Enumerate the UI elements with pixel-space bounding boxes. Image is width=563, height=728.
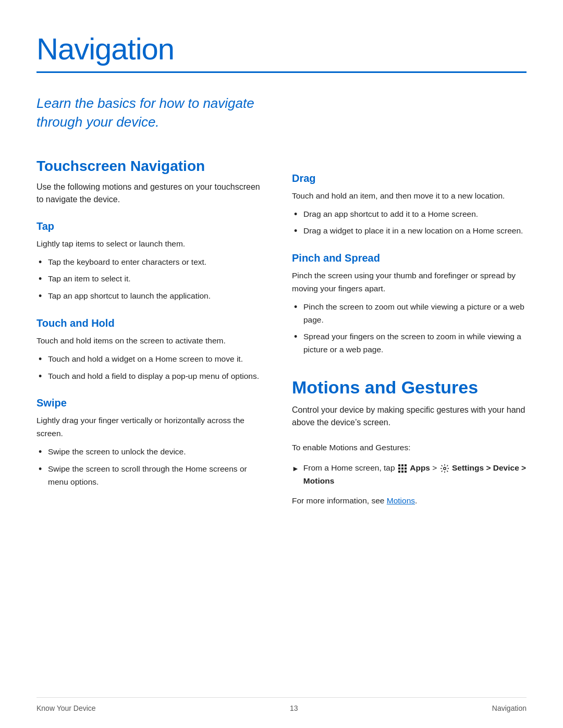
apps-icon bbox=[398, 464, 407, 473]
arrow-icon: ► bbox=[292, 463, 299, 474]
motions-gestures-title: Motions and Gestures bbox=[292, 377, 527, 398]
two-column-layout: Touchscreen Navigation Use the following… bbox=[36, 158, 527, 508]
drag-title: Drag bbox=[292, 172, 527, 184]
swipe-bullet-1: Swipe the screen to unlock the device. bbox=[36, 446, 261, 459]
footer-right-text: Navigation bbox=[492, 704, 527, 712]
tap-body: Lightly tap items to select or launch th… bbox=[36, 238, 261, 251]
page-title: Navigation bbox=[36, 31, 527, 66]
tap-bullet-1: Tap the keyboard to enter characters or … bbox=[36, 256, 261, 269]
touchscreen-navigation-title: Touchscreen Navigation bbox=[36, 158, 261, 175]
tap-title: Tap bbox=[36, 220, 261, 232]
enable-motions-text: To enable Motions and Gestures: bbox=[292, 441, 527, 454]
pinch-spread-bullet-list: Pinch the screen to zoom out while viewi… bbox=[292, 301, 527, 356]
for-more-prefix: For more information, see bbox=[292, 496, 384, 505]
from-home-prefix: From a Home screen, tap bbox=[303, 463, 395, 472]
touch-hold-bullet-2: Touch and hold a field to display a pop-… bbox=[36, 370, 261, 383]
pinch-spread-bullet-2: Spread your fingers on the screen to zoo… bbox=[292, 330, 527, 356]
settings-label: Settings bbox=[452, 463, 484, 472]
gear-icon bbox=[440, 464, 449, 473]
touch-hold-bullet-list: Touch and hold a widget on a Home screen… bbox=[36, 353, 261, 383]
title-divider bbox=[36, 71, 527, 73]
motions-link[interactable]: Motions bbox=[387, 496, 415, 505]
footer-left-text: Know Your Device bbox=[36, 704, 96, 712]
tap-bullet-list: Tap the keyboard to enter characters or … bbox=[36, 256, 261, 303]
touch-hold-body: Touch and hold items on the screen to ac… bbox=[36, 335, 261, 348]
tap-bullet-3: Tap an app shortcut to launch the applic… bbox=[36, 290, 261, 303]
motions-instruction: From a Home screen, tap bbox=[303, 462, 527, 488]
column-right: Drag Touch and hold an item, and then mo… bbox=[292, 158, 527, 508]
touchscreen-navigation-intro: Use the following motions and gestures o… bbox=[36, 181, 261, 206]
pinch-spread-title: Pinch and Spread bbox=[292, 252, 527, 264]
touch-hold-bullet-1: Touch and hold a widget on a Home screen… bbox=[36, 353, 261, 366]
tap-bullet-2: Tap an item to select it. bbox=[36, 273, 261, 286]
column-left: Touchscreen Navigation Use the following… bbox=[36, 158, 261, 508]
apps-label: Apps bbox=[410, 463, 430, 472]
arrow-sep1: > bbox=[432, 463, 439, 472]
touch-hold-title: Touch and Hold bbox=[36, 317, 261, 329]
intro-text: Learn the basics for how to navigate thr… bbox=[36, 94, 261, 132]
for-more-info: For more information, see Motions. bbox=[292, 495, 527, 508]
for-more-suffix: . bbox=[415, 496, 417, 505]
motions-arrow-item: ► From a Home screen, tap bbox=[292, 462, 527, 488]
swipe-bullet-2: Swipe the screen to scroll through the H… bbox=[36, 463, 261, 489]
motions-gestures-section: Motions and Gestures Control your device… bbox=[292, 377, 527, 508]
pinch-spread-bullet-1: Pinch the screen to zoom out while viewi… bbox=[292, 301, 527, 327]
page-footer: Know Your Device 13 Navigation bbox=[36, 697, 527, 712]
motions-gestures-body: Control your device by making specific g… bbox=[292, 404, 527, 429]
page-container: Navigation Learn the basics for how to n… bbox=[0, 0, 563, 728]
drag-bullet-1: Drag an app shortcut to add it to a Home… bbox=[292, 208, 527, 221]
svg-point-0 bbox=[443, 467, 446, 470]
swipe-title: Swipe bbox=[36, 397, 261, 409]
drag-bullet-list: Drag an app shortcut to add it to a Home… bbox=[292, 208, 527, 238]
drag-bullet-2: Drag a widget to place it in a new locat… bbox=[292, 225, 527, 238]
drag-body: Touch and hold an item, and then move it… bbox=[292, 190, 527, 203]
swipe-bullet-list: Swipe the screen to unlock the device. S… bbox=[36, 446, 261, 488]
footer-page-number: 13 bbox=[290, 704, 298, 712]
swipe-body: Lightly drag your finger vertically or h… bbox=[36, 414, 261, 440]
pinch-spread-body: Pinch the screen using your thumb and fo… bbox=[292, 269, 527, 295]
